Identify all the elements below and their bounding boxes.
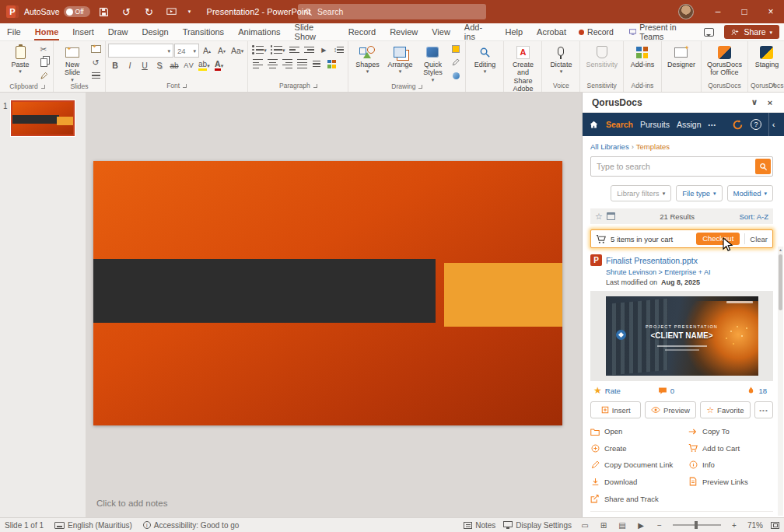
align-center-button[interactable]: [265, 58, 279, 70]
file-preview-thumbnail[interactable]: PROJECT PRESENTATION <CLIENT NAME>: [606, 296, 758, 376]
qorusdocs-logo-button[interactable]: [732, 119, 744, 131]
scrollbar-up-arrow-icon[interactable]: ▲: [778, 247, 783, 253]
sort-control[interactable]: Sort: A-Z: [740, 212, 769, 221]
menu-copy-document-link[interactable]: Copy Document Link: [590, 460, 685, 469]
panel-search-input[interactable]: [590, 156, 773, 177]
tab-review[interactable]: Review: [383, 23, 425, 40]
maximize-button[interactable]: □: [731, 0, 758, 23]
font-name-combo[interactable]: ▾: [108, 44, 173, 58]
shape-outline-button[interactable]: [449, 56, 463, 68]
new-slide-button[interactable]: New Slide ▾: [56, 43, 89, 82]
text-direction-button[interactable]: ▶: [317, 44, 331, 56]
display-settings-button[interactable]: Display Settings: [503, 521, 572, 530]
search-box[interactable]: Search: [298, 4, 486, 19]
quick-styles-button[interactable]: Quick Styles ▾: [416, 43, 449, 82]
powerpoint-logo-icon[interactable]: P: [6, 5, 19, 18]
scrollbar-thumb[interactable]: [779, 254, 782, 310]
reset-button[interactable]: ↺: [89, 56, 103, 68]
font-dialog-launcher-icon[interactable]: [183, 84, 187, 88]
zoom-in-button[interactable]: +: [729, 521, 740, 530]
layout-button[interactable]: [89, 43, 103, 55]
align-left-button[interactable]: [250, 58, 264, 70]
zoom-level[interactable]: 71%: [747, 521, 763, 530]
record-button[interactable]: Record: [573, 26, 619, 38]
add-ins-button[interactable]: Add-ins: [626, 43, 659, 68]
sensitivity-button[interactable]: Sensitivity: [583, 43, 621, 68]
more-actions-button[interactable]: •••: [754, 401, 773, 418]
menu-share-and-track[interactable]: Share and Track: [590, 494, 685, 503]
normal-view-button[interactable]: ▭: [579, 521, 590, 530]
convert-smartart-button[interactable]: [324, 58, 338, 70]
arrange-button[interactable]: Arrange ▾: [383, 43, 416, 74]
editing-button[interactable]: Editing ▾: [468, 43, 501, 74]
tab-acrobat[interactable]: Acrobat: [530, 23, 573, 40]
bold-button[interactable]: B: [108, 59, 122, 72]
notes-toggle-button[interactable]: Notes: [464, 521, 495, 530]
quick-access-caret-icon[interactable]: ▾: [186, 2, 194, 21]
breadcrumb-current[interactable]: Templates: [636, 142, 670, 151]
file-type-dropdown[interactable]: File type▾: [676, 185, 722, 201]
menu-open[interactable]: Open: [590, 427, 685, 436]
change-case-button[interactable]: Aa▾: [229, 44, 245, 57]
drawing-dialog-launcher-icon[interactable]: [418, 85, 422, 89]
rate-button[interactable]: ★Rate: [593, 386, 621, 395]
format-painter-button[interactable]: [37, 69, 51, 82]
undo-button[interactable]: ↺: [118, 2, 135, 21]
justify-button[interactable]: [295, 58, 309, 70]
nav-item-assign[interactable]: Assign: [677, 120, 702, 129]
highlight-button[interactable]: ab▾: [197, 59, 212, 72]
grow-font-button[interactable]: A▴: [200, 44, 214, 57]
italic-button[interactable]: I: [123, 59, 137, 72]
shrink-font-button[interactable]: A▾: [215, 44, 229, 57]
present-in-teams-button[interactable]: Present in Teams: [624, 21, 695, 43]
notes-placeholder[interactable]: Click to add notes: [96, 499, 167, 508]
slide-dark-rectangle[interactable]: [93, 259, 436, 323]
fit-slide-to-window-button[interactable]: [771, 522, 779, 529]
panel-collapse-chevron-icon[interactable]: ‹: [768, 113, 778, 136]
slide-thumbnail[interactable]: [11, 100, 75, 136]
preview-button[interactable]: Preview: [645, 401, 695, 418]
text-shadow-button[interactable]: S: [152, 59, 166, 72]
align-right-button[interactable]: [280, 58, 294, 70]
tab-view[interactable]: View: [425, 23, 457, 40]
favorite-button[interactable]: ☆ Favorite: [700, 401, 751, 418]
bullets-button[interactable]: ▾: [250, 44, 268, 56]
panel-scrollbar[interactable]: ▲: [778, 247, 783, 516]
menu-info[interactable]: Info: [688, 460, 773, 469]
favorites-filter-icon[interactable]: ☆: [595, 212, 603, 221]
comments-button[interactable]: [698, 26, 719, 38]
likes-count[interactable]: 18: [747, 386, 767, 395]
calendar-view-icon[interactable]: [607, 212, 615, 220]
tab-add-ins[interactable]: Add-ins: [457, 23, 499, 40]
zoom-slider-thumb[interactable]: [695, 521, 698, 529]
paste-button[interactable]: Paste ▾: [4, 43, 37, 74]
tab-file[interactable]: File: [0, 23, 28, 40]
file-name-link[interactable]: Finalist Presentation.pptx: [606, 256, 698, 265]
columns-button[interactable]: [310, 58, 324, 70]
qorusdocs-for-office-button[interactable]: QorusDocs for Office: [704, 43, 745, 77]
nav-item-pursuits[interactable]: Pursuits: [640, 120, 670, 129]
designer-button[interactable]: Designer: [664, 43, 698, 68]
decrease-indent-button[interactable]: [287, 44, 301, 56]
paragraph-dialog-launcher-icon[interactable]: [313, 84, 317, 88]
share-button[interactable]: Share ▾: [724, 25, 779, 39]
tab-insert[interactable]: Insert: [65, 23, 101, 40]
comments-count[interactable]: 0: [658, 387, 674, 395]
user-avatar[interactable]: [678, 4, 694, 19]
strikethrough-button[interactable]: ab: [167, 59, 181, 72]
clear-cart-button[interactable]: Clear: [750, 235, 768, 243]
shapes-button[interactable]: Shapes ▾: [351, 43, 383, 74]
panel-close-icon[interactable]: ×: [762, 95, 778, 110]
underline-button[interactable]: U: [138, 59, 152, 72]
font-size-combo[interactable]: 24▾: [174, 44, 199, 58]
home-button[interactable]: [589, 120, 599, 130]
menu-download[interactable]: Download: [590, 477, 685, 486]
tab-home[interactable]: Home: [28, 23, 66, 40]
nav-item-search[interactable]: Search: [606, 120, 633, 129]
staging-button[interactable]: Staging: [751, 43, 783, 68]
autosave-switch[interactable]: Off: [64, 6, 90, 17]
reading-view-button[interactable]: ▤: [617, 521, 628, 530]
font-color-button[interactable]: A▾: [212, 59, 226, 72]
line-spacing-button[interactable]: ↕: [331, 44, 345, 56]
save-button[interactable]: [96, 2, 113, 21]
